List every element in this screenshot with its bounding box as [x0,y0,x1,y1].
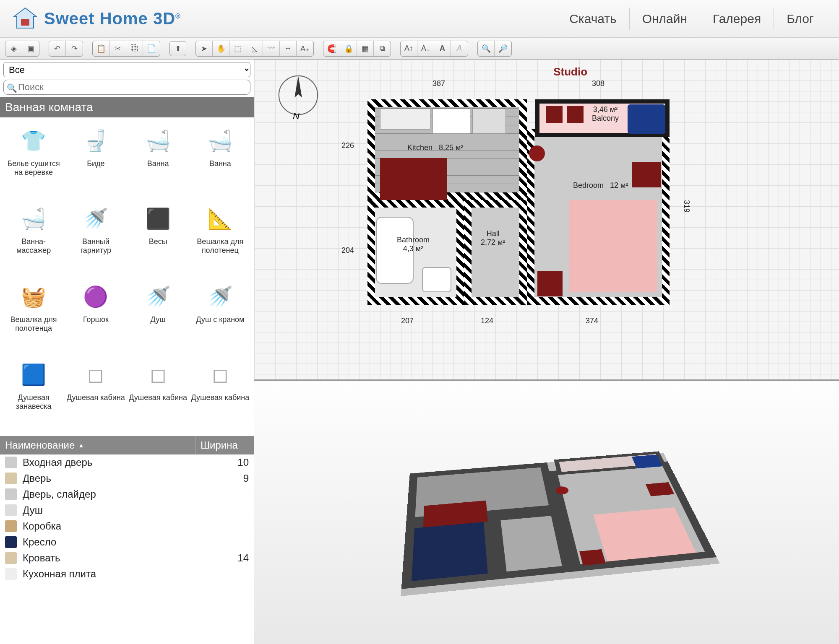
catalog-thumb-icon: ◻ [65,356,126,393]
grid-button[interactable]: ▦ [357,41,374,56]
catalog-label: Душ [128,315,188,324]
render-3d-view[interactable] [254,381,839,644]
col-width-header[interactable]: Ширина [195,436,254,454]
undo-button[interactable]: ↶ [49,41,66,56]
app-logo-icon [13,6,38,31]
plan-2d-view[interactable]: Studio N 387 308 226 204 319 207 124 374 [254,60,839,381]
col-name-header[interactable]: Наименование ▲ [0,436,195,454]
catalog-label: Вешалка для полотенца [3,315,64,332]
dim-bottom-right: 374 [586,317,598,325]
catalog-thumb-icon: 🛁 [3,200,64,237]
list-item-name: Душ [23,504,228,516]
catalog-item[interactable]: 🛁Ванна-массажер [3,200,64,276]
catalog-item[interactable]: 🚿Ванный гарнитур [65,200,126,276]
list-item[interactable]: Кровать14 [0,550,254,566]
lock-button[interactable]: 🔒 [340,41,357,56]
list-item-icon [5,488,17,500]
catalog-item[interactable]: 🚿Душ с краном [190,278,250,354]
catalog-thumb-icon: 🚿 [128,278,188,315]
list-item-name: Коробка [23,520,228,532]
text-tool[interactable]: A₊ [297,41,313,56]
polyline-tool[interactable]: 〰 [263,41,280,56]
catalog-item[interactable]: 🚿Душ [128,278,188,354]
search-input[interactable] [3,80,250,95]
search-icon: 🔍 [7,83,17,93]
copy-button[interactable]: ⿻ [126,41,143,56]
catalog-item[interactable]: ⬛Весы [128,200,188,276]
dimension-tool[interactable]: ↔ [280,41,297,56]
list-item-icon [5,473,17,484]
text-decrease-button[interactable]: A↓ [417,41,434,56]
text-increase-button[interactable]: A↑ [401,41,417,56]
paste-button[interactable]: 📄 [143,41,160,56]
catalog-label: Душевая занавеска [3,393,64,410]
list-item[interactable]: Входная дверь10 [0,454,254,470]
catalog-thumb-icon: 🛁 [190,122,250,159]
catalog-label: Ванна-массажер [3,237,64,254]
nav-gallery[interactable]: Галерея [700,8,774,30]
nav-online[interactable]: Онлайн [629,8,700,30]
cut-button[interactable]: 📋 [93,41,109,56]
catalog-thumb-icon: 🟦 [3,356,64,393]
zoom-in-button[interactable]: 🔍 [478,41,495,56]
open-file-button[interactable]: ▣ [22,41,39,56]
logo-area: Sweet Home 3D® [13,6,181,31]
scissors-button[interactable]: ✂ [109,41,126,56]
plan-title: Studio [553,65,587,78]
zoom-out-button[interactable]: 🔎 [495,41,511,56]
dim-bottom-mid: 124 [481,317,493,325]
dim-bottom-left: 207 [401,317,414,325]
list-item[interactable]: Дверь9 [0,470,254,486]
list-item-name: Входная дверь [23,457,228,468]
catalog-label: Ванна [190,159,250,168]
italic-button[interactable]: A [451,41,468,56]
list-item[interactable]: Кресло [0,534,254,550]
furniture-catalog-grid: 👕Белье сушится на веревке🚽Биде🛁Ванна🛁Ван… [0,117,254,436]
catalog-item[interactable]: 🚽Биде [65,122,126,198]
bold-button[interactable]: A [434,41,451,56]
room-tool[interactable]: ◺ [246,41,263,56]
catalog-item[interactable]: 🛁Ванна [128,122,188,198]
catalog-item[interactable]: 📐Вешалка для полотенец [190,200,250,276]
catalog-item[interactable]: 🟣Горшок [65,278,126,354]
bedroom-label: Bedroom 12 м² [573,181,628,190]
layers-button[interactable]: ⧉ [374,41,391,56]
catalog-label: Горшок [65,315,126,324]
catalog-label: Душевая кабина [65,393,126,402]
dim-left-upper: 226 [341,141,354,150]
pan-tool[interactable]: ✋ [213,41,229,56]
catalog-thumb-icon: 🚿 [65,200,126,237]
catalog-item[interactable]: ◻Душевая кабина [190,356,250,432]
toolbar: ◈ ▣ ↶ ↷ 📋 ✂ ⿻ 📄 ⬆ ➤ ✋ ⬚ ◺ 〰 ↔ A₊ 🧲 🔒 ▦ ⧉… [0,38,839,60]
catalog-item[interactable]: 🧺Вешалка для полотенца [3,278,64,354]
nav-blog[interactable]: Блог [774,8,826,30]
sort-asc-icon: ▲ [78,442,84,449]
model-3d [358,399,735,626]
furniture-sidebar: Все 🔍 Ванная комната 👕Белье сушится на в… [0,60,254,644]
list-item-name: Дверь [23,473,228,484]
wall-tool[interactable]: ⬚ [229,41,246,56]
furniture-table-header: Наименование ▲ Ширина [0,436,254,454]
select-tool[interactable]: ➤ [196,41,213,56]
hall-label: Hall2,72 м² [481,229,505,247]
catalog-item[interactable]: ◻Душевая кабина [65,356,126,432]
list-item-name: Кровать [23,552,228,564]
canvas-area: Studio N 387 308 226 204 319 207 124 374 [254,60,839,644]
placed-furniture-list: Входная дверь10Дверь9Дверь, слайдерДушКо… [0,454,254,644]
catalog-item[interactable]: 🛁Ванна [190,122,250,198]
category-filter-select[interactable]: Все [3,62,250,77]
list-item[interactable]: Дверь, слайдер [0,486,254,502]
catalog-item[interactable]: 👕Белье сушится на веревке [3,122,64,198]
snap-button[interactable]: 🧲 [323,41,340,56]
nav-download[interactable]: Скачать [557,8,629,30]
redo-button[interactable]: ↷ [66,41,83,56]
catalog-item[interactable]: 🟦Душевая занавеска [3,356,64,432]
catalog-label: Белье сушится на веревке [3,159,64,177]
list-item[interactable]: Душ [0,502,254,518]
add-furniture-button[interactable]: ⬆ [169,41,186,56]
dim-right: 319 [682,200,691,213]
new-file-button[interactable]: ◈ [5,41,22,56]
list-item[interactable]: Кухонная плита [0,566,254,582]
list-item[interactable]: Коробка [0,518,254,534]
catalog-item[interactable]: ◻Душевая кабина [128,356,188,432]
